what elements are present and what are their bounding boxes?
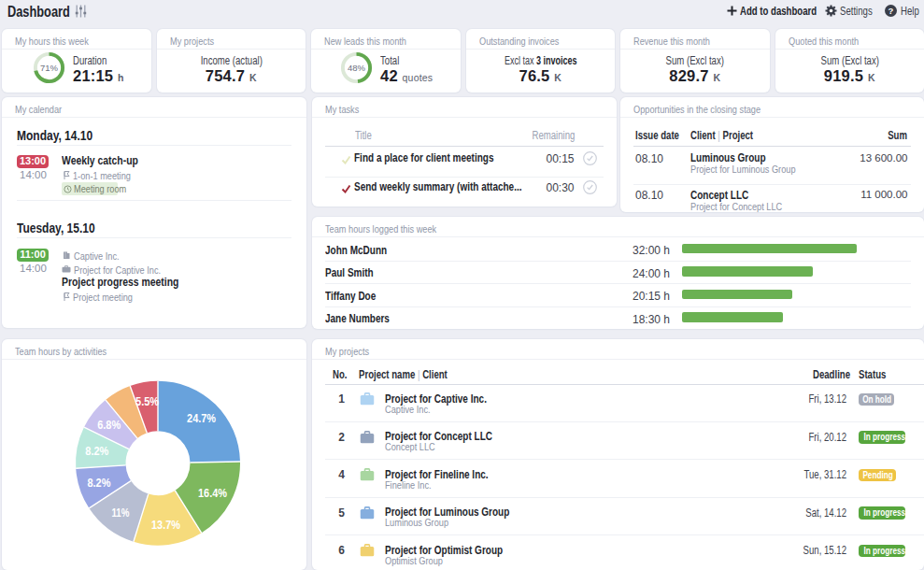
svg-text:24.7%: 24.7% bbox=[187, 412, 216, 425]
svg-text:8.2%: 8.2% bbox=[87, 477, 110, 490]
svg-text:48%: 48% bbox=[348, 63, 366, 73]
svg-text:13.7%: 13.7% bbox=[151, 519, 180, 532]
svg-text:11%: 11% bbox=[111, 506, 129, 520]
svg-text:16.4%: 16.4% bbox=[198, 487, 227, 500]
svg-text:71%: 71% bbox=[40, 63, 59, 73]
svg-text:6.8%: 6.8% bbox=[97, 419, 121, 432]
svg-text:5.5%: 5.5% bbox=[135, 395, 159, 408]
svg-text:?: ? bbox=[888, 6, 894, 16]
svg-text:8.2%: 8.2% bbox=[85, 445, 108, 458]
